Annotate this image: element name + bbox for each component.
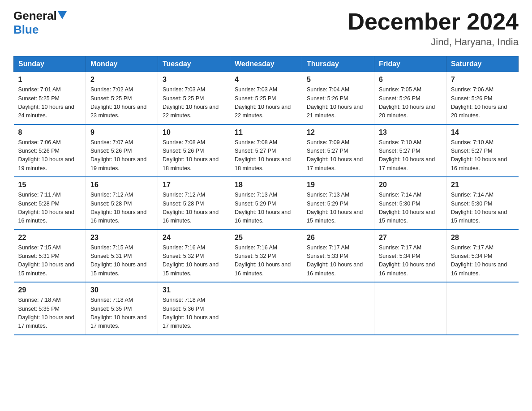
day-number: 20 [379, 181, 442, 189]
day-info: Sunrise: 7:14 AMSunset: 5:30 PMDaylight:… [379, 191, 442, 226]
day-info: Sunrise: 7:10 AMSunset: 5:27 PMDaylight:… [379, 138, 442, 173]
day-number: 29 [18, 286, 82, 294]
calendar-cell [302, 282, 374, 335]
day-number: 4 [235, 76, 297, 84]
calendar-cell: 12Sunrise: 7:09 AMSunset: 5:27 PMDayligh… [302, 124, 374, 177]
header-day-monday: Monday [86, 56, 158, 72]
day-number: 8 [18, 128, 82, 137]
calendar-week-row: 22Sunrise: 7:15 AMSunset: 5:31 PMDayligh… [14, 230, 519, 283]
day-number: 15 [18, 181, 82, 189]
calendar-cell: 1Sunrise: 7:01 AMSunset: 5:25 PMDaylight… [14, 72, 86, 124]
day-info: Sunrise: 7:06 AMSunset: 5:26 PMDaylight:… [451, 86, 514, 120]
calendar-cell: 8Sunrise: 7:06 AMSunset: 5:26 PMDaylight… [14, 124, 86, 177]
calendar-header-row: SundayMondayTuesdayWednesdayThursdayFrid… [14, 56, 519, 72]
day-number: 23 [90, 234, 153, 242]
day-info: Sunrise: 7:13 AMSunset: 5:29 PMDaylight:… [235, 191, 297, 226]
day-number: 17 [163, 181, 225, 189]
day-info: Sunrise: 7:16 AMSunset: 5:32 PMDaylight:… [163, 244, 225, 278]
calendar-cell: 9Sunrise: 7:07 AMSunset: 5:26 PMDaylight… [86, 124, 158, 177]
page-header: General Blue December 2024 Jind, Haryana… [13, 9, 519, 48]
calendar-cell: 18Sunrise: 7:13 AMSunset: 5:29 PMDayligh… [230, 177, 302, 230]
day-info: Sunrise: 7:17 AMSunset: 5:34 PMDaylight:… [451, 244, 514, 278]
day-info: Sunrise: 7:06 AMSunset: 5:26 PMDaylight:… [18, 138, 82, 173]
calendar-cell: 6Sunrise: 7:05 AMSunset: 5:26 PMDaylight… [374, 72, 446, 124]
day-number: 6 [379, 76, 442, 84]
day-number: 1 [18, 76, 82, 84]
day-info: Sunrise: 7:02 AMSunset: 5:25 PMDaylight:… [90, 86, 153, 120]
calendar-cell: 22Sunrise: 7:15 AMSunset: 5:31 PMDayligh… [14, 230, 86, 283]
day-number: 16 [90, 181, 153, 189]
day-info: Sunrise: 7:01 AMSunset: 5:25 PMDaylight:… [18, 86, 82, 120]
day-number: 11 [235, 128, 297, 137]
calendar-cell: 28Sunrise: 7:17 AMSunset: 5:34 PMDayligh… [446, 230, 519, 283]
calendar-cell: 31Sunrise: 7:18 AMSunset: 5:36 PMDayligh… [158, 282, 230, 335]
header-day-saturday: Saturday [446, 56, 519, 72]
day-info: Sunrise: 7:11 AMSunset: 5:28 PMDaylight:… [18, 191, 82, 226]
calendar-cell: 16Sunrise: 7:12 AMSunset: 5:28 PMDayligh… [86, 177, 158, 230]
title-block: December 2024 Jind, Haryana, India [348, 9, 519, 48]
header-day-tuesday: Tuesday [158, 56, 230, 72]
day-info: Sunrise: 7:17 AMSunset: 5:34 PMDaylight:… [379, 244, 442, 278]
calendar-table: SundayMondayTuesdayWednesdayThursdayFrid… [13, 56, 519, 335]
day-number: 25 [235, 234, 297, 242]
month-title: December 2024 [348, 9, 519, 34]
header-day-friday: Friday [374, 56, 446, 72]
calendar-cell: 24Sunrise: 7:16 AMSunset: 5:32 PMDayligh… [158, 230, 230, 283]
calendar-cell: 2Sunrise: 7:02 AMSunset: 5:25 PMDaylight… [86, 72, 158, 124]
calendar-cell: 19Sunrise: 7:13 AMSunset: 5:29 PMDayligh… [302, 177, 374, 230]
logo: General Blue [13, 9, 67, 37]
day-number: 27 [379, 234, 442, 242]
day-number: 9 [90, 128, 153, 137]
header-day-wednesday: Wednesday [230, 56, 302, 72]
day-info: Sunrise: 7:08 AMSunset: 5:27 PMDaylight:… [235, 138, 297, 173]
calendar-cell: 14Sunrise: 7:10 AMSunset: 5:27 PMDayligh… [446, 124, 519, 177]
calendar-cell [446, 282, 519, 335]
calendar-cell: 23Sunrise: 7:15 AMSunset: 5:31 PMDayligh… [86, 230, 158, 283]
logo-general-text: General [13, 9, 57, 23]
day-info: Sunrise: 7:18 AMSunset: 5:35 PMDaylight:… [18, 296, 82, 331]
day-info: Sunrise: 7:08 AMSunset: 5:26 PMDaylight:… [163, 138, 225, 173]
logo-blue-text: Blue [13, 23, 39, 37]
location-title: Jind, Haryana, India [348, 36, 519, 48]
calendar-week-row: 29Sunrise: 7:18 AMSunset: 5:35 PMDayligh… [14, 282, 519, 335]
day-info: Sunrise: 7:10 AMSunset: 5:27 PMDaylight:… [451, 138, 514, 173]
calendar-week-row: 15Sunrise: 7:11 AMSunset: 5:28 PMDayligh… [14, 177, 519, 230]
day-number: 28 [451, 234, 514, 242]
day-info: Sunrise: 7:13 AMSunset: 5:29 PMDaylight:… [307, 191, 369, 226]
calendar-cell: 26Sunrise: 7:17 AMSunset: 5:33 PMDayligh… [302, 230, 374, 283]
day-number: 22 [18, 234, 82, 242]
calendar-cell: 7Sunrise: 7:06 AMSunset: 5:26 PMDaylight… [446, 72, 519, 124]
calendar-cell: 27Sunrise: 7:17 AMSunset: 5:34 PMDayligh… [374, 230, 446, 283]
day-info: Sunrise: 7:18 AMSunset: 5:35 PMDaylight:… [90, 296, 153, 331]
calendar-cell: 4Sunrise: 7:03 AMSunset: 5:25 PMDaylight… [230, 72, 302, 124]
header-day-sunday: Sunday [14, 56, 86, 72]
calendar-cell: 15Sunrise: 7:11 AMSunset: 5:28 PMDayligh… [14, 177, 86, 230]
day-info: Sunrise: 7:14 AMSunset: 5:30 PMDaylight:… [451, 191, 514, 226]
day-info: Sunrise: 7:15 AMSunset: 5:31 PMDaylight:… [18, 244, 82, 278]
day-number: 21 [451, 181, 514, 189]
calendar-cell: 10Sunrise: 7:08 AMSunset: 5:26 PMDayligh… [158, 124, 230, 177]
day-info: Sunrise: 7:03 AMSunset: 5:25 PMDaylight:… [235, 86, 297, 120]
calendar-cell: 29Sunrise: 7:18 AMSunset: 5:35 PMDayligh… [14, 282, 86, 335]
calendar-cell: 30Sunrise: 7:18 AMSunset: 5:35 PMDayligh… [86, 282, 158, 335]
day-number: 31 [163, 286, 225, 294]
day-info: Sunrise: 7:16 AMSunset: 5:32 PMDaylight:… [235, 244, 297, 278]
calendar-cell: 3Sunrise: 7:03 AMSunset: 5:25 PMDaylight… [158, 72, 230, 124]
day-number: 7 [451, 76, 514, 84]
day-number: 18 [235, 181, 297, 189]
day-number: 13 [379, 128, 442, 137]
calendar-cell: 20Sunrise: 7:14 AMSunset: 5:30 PMDayligh… [374, 177, 446, 230]
calendar-cell: 25Sunrise: 7:16 AMSunset: 5:32 PMDayligh… [230, 230, 302, 283]
day-number: 19 [307, 181, 369, 189]
day-info: Sunrise: 7:05 AMSunset: 5:26 PMDaylight:… [379, 86, 442, 120]
calendar-cell: 17Sunrise: 7:12 AMSunset: 5:28 PMDayligh… [158, 177, 230, 230]
day-info: Sunrise: 7:07 AMSunset: 5:26 PMDaylight:… [90, 138, 153, 173]
day-number: 2 [90, 76, 153, 84]
day-number: 24 [163, 234, 225, 242]
calendar-cell: 11Sunrise: 7:08 AMSunset: 5:27 PMDayligh… [230, 124, 302, 177]
calendar-cell: 13Sunrise: 7:10 AMSunset: 5:27 PMDayligh… [374, 124, 446, 177]
day-info: Sunrise: 7:12 AMSunset: 5:28 PMDaylight:… [163, 191, 225, 226]
day-info: Sunrise: 7:12 AMSunset: 5:28 PMDaylight:… [90, 191, 153, 226]
calendar-week-row: 1Sunrise: 7:01 AMSunset: 5:25 PMDaylight… [14, 72, 519, 124]
logo-triangle-icon [58, 11, 67, 19]
